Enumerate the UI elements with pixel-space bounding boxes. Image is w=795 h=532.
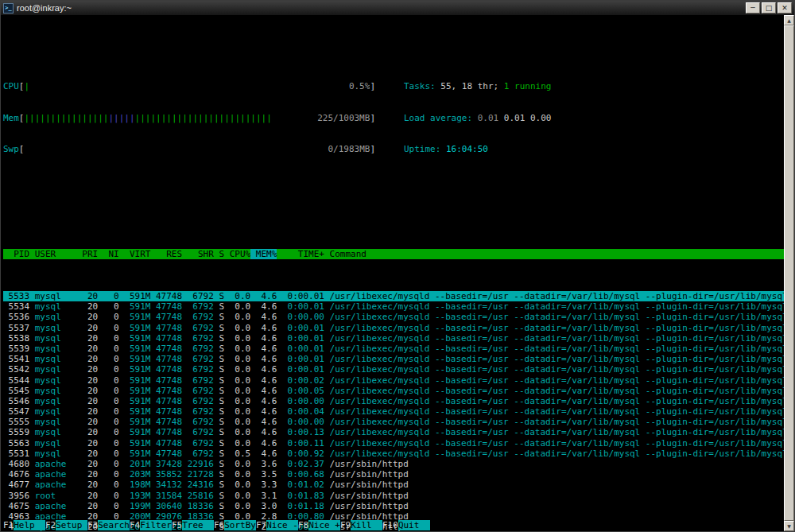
process-row[interactable]: 4675apache200199M3064018336S0.03.00:01.1…	[3, 501, 784, 511]
cell-cmd: /usr/libexec/mysqld --basedir=/usr --dat…	[330, 323, 784, 333]
maximize-button[interactable]: □	[762, 2, 776, 14]
column-header-res[interactable]: RES	[150, 249, 182, 259]
fkey-f5[interactable]: F5Tree	[172, 520, 214, 530]
scroll-down-icon[interactable]: ▼	[784, 521, 794, 531]
column-header-cmd[interactable]: Command	[330, 249, 784, 259]
cell-pri: 20	[77, 406, 98, 417]
scrollbar[interactable]: ▲ ▼	[784, 15, 794, 531]
cell-s: S	[214, 301, 224, 312]
scroll-up-icon[interactable]: ▲	[784, 15, 794, 25]
cell-time: 0:00.05	[277, 386, 324, 396]
cell-shr: 6792	[182, 364, 214, 375]
cell-time: 0:00.68	[277, 469, 324, 480]
cell-shr: 6792	[182, 312, 214, 322]
column-header-shr[interactable]: SHR	[182, 249, 214, 259]
cell-time: 0:00.04	[277, 406, 324, 417]
cell-cpu: 0.0	[224, 333, 250, 344]
cell-pri: 20	[77, 323, 98, 333]
minimize-button[interactable]: ─	[746, 2, 760, 14]
cpu-bracket-open: [	[19, 81, 25, 91]
process-row[interactable]: 5533mysql200591M477486792S0.04.60:00.01/…	[3, 291, 784, 301]
process-row[interactable]: 5531mysql200591M477486792S0.54.60:00.92/…	[3, 449, 784, 459]
stats-panel: Tasks: 55, 18 thr; 1 running Load averag…	[375, 60, 551, 176]
cell-res: 47748	[150, 323, 182, 333]
process-row[interactable]: 5545mysql200591M477486792S0.04.60:00.05/…	[3, 386, 784, 396]
process-row[interactable]: 5539mysql200591M477486792S0.04.60:00.01/…	[3, 344, 784, 354]
process-row[interactable]: 4677apache200198M3413224316S0.03.30:01.0…	[3, 480, 784, 490]
cell-cmd: /usr/libexec/mysqld --basedir=/usr --dat…	[330, 291, 784, 301]
process-row[interactable]: 5559mysql200591M477486792S0.04.60:00.13/…	[3, 427, 784, 437]
column-header-time[interactable]: TIME+	[277, 249, 324, 259]
cell-cmd: /usr/sbin/httpd	[330, 501, 784, 511]
fkey-action-label: Quit	[398, 520, 430, 530]
cell-pid: 5544	[3, 375, 29, 386]
tasks-line: Tasks: 55, 18 thr; 1 running	[404, 81, 551, 91]
fkey-f3[interactable]: F3Search	[87, 520, 130, 530]
swp-meter-value: 0/1983MB	[328, 144, 370, 154]
column-header-user[interactable]: USER	[35, 249, 77, 259]
fkey-f8[interactable]: F8Nice +	[298, 520, 340, 530]
cell-pri: 20	[77, 480, 98, 490]
fkey-f4[interactable]: F4Filter	[130, 520, 172, 530]
cell-virt: 201M	[119, 459, 151, 469]
scrollbar-thumb[interactable]	[784, 25, 794, 521]
process-row[interactable]: 5542mysql200591M477486792S0.04.60:00.01/…	[3, 364, 784, 375]
cell-mem: 3.3	[250, 480, 277, 490]
fkey-f9[interactable]: F9Kill	[340, 520, 382, 530]
process-row[interactable]: 5547mysql200591M477486792S0.04.60:00.04/…	[3, 406, 784, 417]
process-row[interactable]: 4676apache200203M3585221728S0.03.50:00.6…	[3, 469, 784, 480]
cell-s: S	[214, 417, 224, 427]
cell-time: 0:00.00	[277, 312, 324, 322]
column-header-ni[interactable]: NI	[98, 249, 118, 259]
fkey-f7[interactable]: F7Nice -	[256, 520, 298, 530]
process-row[interactable]: 5555mysql200591M477486792S0.04.60:00.00/…	[3, 417, 784, 427]
cell-pri: 20	[77, 354, 98, 364]
fkey-key-label: F2	[45, 520, 56, 530]
titlebar[interactable]: >_ root@inkray:~ ─ □ ✕	[1, 1, 794, 15]
cell-mem: 4.6	[250, 344, 277, 354]
cell-shr: 6792	[182, 333, 214, 344]
cell-shr: 6792	[182, 375, 214, 386]
cell-ni: 0	[98, 323, 118, 333]
cell-mem: 4.6	[250, 291, 277, 301]
meters-panel: CPU[|0.5%] Mem[|||||||||||||||||||||||||…	[3, 60, 375, 176]
cell-cmd: /usr/sbin/httpd	[330, 469, 784, 480]
process-row[interactable]: 5536mysql200591M477486792S0.04.60:00.00/…	[3, 312, 784, 322]
cell-cpu: 0.0	[224, 480, 250, 490]
cell-user: apache	[35, 459, 77, 469]
cell-shr: 6792	[182, 386, 214, 396]
column-header-pri[interactable]: PRI	[77, 249, 98, 259]
column-header-cpu[interactable]: CPU%	[224, 249, 250, 259]
column-header-virt[interactable]: VIRT	[119, 249, 151, 259]
cell-pid: 5547	[3, 406, 29, 417]
cell-pid: 5537	[3, 323, 29, 333]
process-row[interactable]: 5563mysql200591M477486792S0.04.60:00.11/…	[3, 438, 784, 449]
cpu-meter: CPU[|0.5%]	[3, 81, 375, 91]
process-row[interactable]: 5537mysql200591M477486792S0.04.60:00.01/…	[3, 323, 784, 333]
fkey-f2[interactable]: F2Setup	[45, 520, 87, 530]
cell-cpu: 0.0	[224, 301, 250, 312]
process-row[interactable]: 5534mysql200591M477486792S0.04.60:00.01/…	[3, 301, 784, 312]
column-header-mem[interactable]: MEM%	[250, 249, 277, 259]
cell-time: 0:01.18	[277, 501, 324, 511]
cell-s: S	[214, 291, 224, 301]
fkey-f1[interactable]: F1Help	[3, 520, 45, 530]
process-row[interactable]: 3956root200193M3158425816S0.03.10:01.83/…	[3, 491, 784, 501]
cell-shr: 6792	[182, 427, 214, 437]
close-button[interactable]: ✕	[778, 2, 792, 14]
cell-s: S	[214, 459, 224, 469]
process-row[interactable]: 5544mysql200591M477486792S0.04.60:00.02/…	[3, 375, 784, 386]
cell-time: 0:01.83	[277, 491, 324, 501]
cell-cmd: /usr/libexec/mysqld --basedir=/usr --dat…	[330, 438, 784, 449]
column-header-s[interactable]: S	[214, 249, 224, 259]
fkey-f6[interactable]: F6SortBy	[214, 520, 256, 530]
fkey-f10[interactable]: F10Quit	[382, 520, 430, 530]
load-15min: 0.00	[530, 113, 552, 123]
mem-bracket-close: ]	[370, 113, 375, 123]
process-row[interactable]: 5538mysql200591M477486792S0.04.60:00.01/…	[3, 333, 784, 344]
window-icon[interactable]: >_	[3, 3, 14, 14]
process-row[interactable]: 5546mysql200591M477486792S0.04.60:00.00/…	[3, 396, 784, 406]
column-header-pid[interactable]: PID	[3, 249, 29, 259]
process-row[interactable]: 5541mysql200591M477486792S0.04.60:00.01/…	[3, 354, 784, 364]
process-row[interactable]: 4680apache200201M3742822916S0.03.60:02.3…	[3, 459, 784, 469]
